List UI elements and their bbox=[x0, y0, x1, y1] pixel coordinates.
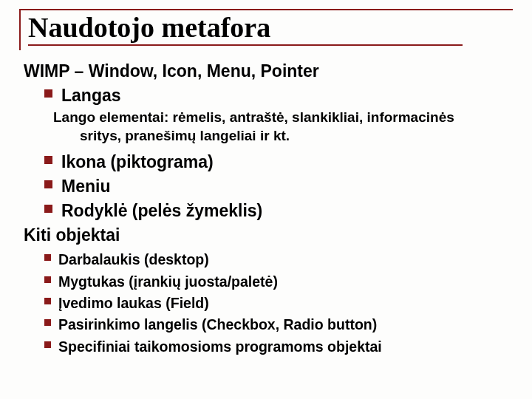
square-bullet-icon bbox=[44, 156, 52, 164]
list-item: Darbalaukis (desktop) bbox=[24, 250, 513, 270]
list-item-label: Mygtukas (įrankių juosta/paletė) bbox=[58, 272, 278, 292]
sub-description: Lango elementai: rėmelis, antraštė, slan… bbox=[24, 109, 513, 145]
list-item: Specifiniai taikomosioms programoms obje… bbox=[24, 337, 513, 357]
square-bullet-icon bbox=[44, 180, 52, 188]
slide: Naudotojo metafora WIMP – Window, Icon, … bbox=[0, 0, 532, 399]
lead-text: WIMP – Window, Icon, Menu, Pointer bbox=[24, 61, 513, 83]
square-bullet-icon bbox=[44, 254, 51, 261]
sub-line-2: sritys, pranešimų langeliai ir kt. bbox=[53, 127, 513, 146]
square-bullet-icon bbox=[44, 341, 51, 348]
list-item: Ikona (piktograma) bbox=[24, 151, 513, 174]
list-item-label: Specifiniai taikomosioms programoms obje… bbox=[58, 337, 382, 357]
list-item: Mygtukas (įrankių juosta/paletė) bbox=[24, 272, 513, 292]
list-item: Meniu bbox=[24, 175, 513, 198]
list-item-label: Darbalaukis (desktop) bbox=[58, 250, 209, 270]
square-bullet-icon bbox=[44, 205, 52, 213]
square-bullet-icon bbox=[44, 298, 51, 304]
list-item: Langas bbox=[24, 84, 513, 107]
list-item-label: Įvedimo laukas (Field) bbox=[58, 293, 209, 313]
title-frame: Naudotojo metafora bbox=[19, 9, 513, 50]
list-item-label: Langas bbox=[61, 84, 121, 107]
square-bullet-icon bbox=[44, 276, 51, 283]
slide-title: Naudotojo metafora bbox=[28, 13, 463, 46]
slide-body: WIMP – Window, Icon, Menu, Pointer Langa… bbox=[19, 61, 513, 357]
square-bullet-icon bbox=[44, 89, 52, 98]
sub-line-1: Lango elementai: rėmelis, antraštė, slan… bbox=[53, 109, 454, 125]
list-item-label: Meniu bbox=[61, 175, 110, 198]
list-item-label: Pasirinkimo langelis (Checkbox, Radio bu… bbox=[58, 315, 377, 335]
square-bullet-icon bbox=[44, 319, 51, 326]
secondary-heading: Kiti objektai bbox=[24, 224, 513, 247]
list-item-label: Rodyklė (pelės žymeklis) bbox=[61, 200, 262, 222]
list-item: Įvedimo laukas (Field) bbox=[24, 293, 513, 313]
list-item: Rodyklė (pelės žymeklis) bbox=[24, 200, 513, 222]
list-item: Pasirinkimo langelis (Checkbox, Radio bu… bbox=[24, 315, 513, 335]
list-item-label: Ikona (piktograma) bbox=[61, 151, 214, 174]
